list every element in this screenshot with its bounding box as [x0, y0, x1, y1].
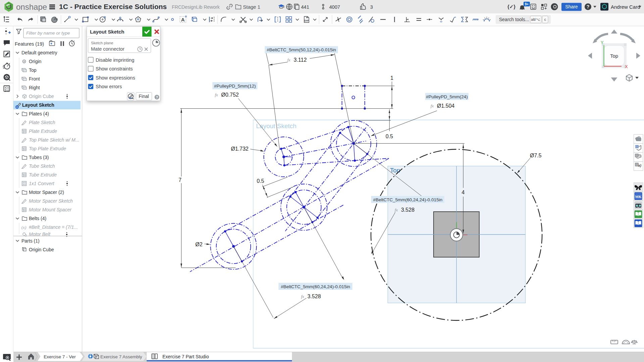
- svg-text:Sketch plane: Sketch plane: [91, 41, 113, 45]
- svg-text:Show expressions: Show expressions: [96, 75, 135, 80]
- svg-text:Layout Sketch: Layout Sketch: [90, 29, 125, 35]
- svg-text:Final: Final: [139, 93, 149, 99]
- svg-text:Show constraints: Show constraints: [96, 66, 133, 71]
- svg-text:Disable imprinting: Disable imprinting: [96, 57, 134, 62]
- svg-text:?: ?: [156, 95, 158, 99]
- svg-text:Exercise 7 - Ver: Exercise 7 - Ver: [44, 354, 76, 359]
- svg-text:Mate connector: Mate connector: [91, 46, 125, 52]
- svg-text:Exercise 7 Part Studio: Exercise 7 Part Studio: [162, 354, 209, 359]
- svg-text:Exercise 7 Assembly: Exercise 7 Assembly: [100, 354, 142, 359]
- svg-text:Show errors: Show errors: [96, 84, 122, 89]
